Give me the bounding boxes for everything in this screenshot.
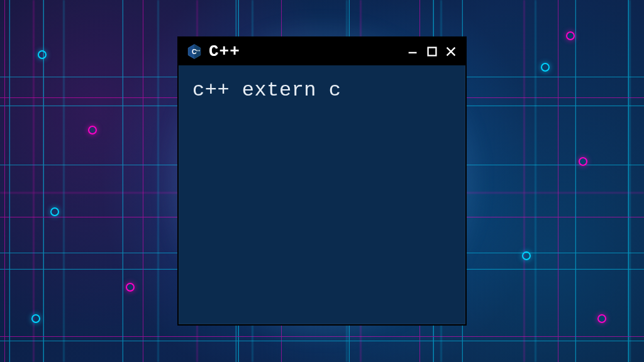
- window-title: C++: [209, 42, 399, 61]
- cpp-logo-icon: C + +: [186, 43, 203, 60]
- terminal-content[interactable]: c++ extern c: [179, 65, 465, 324]
- window-container: C + + C++ c++ extern c: [177, 36, 467, 326]
- svg-rect-6: [428, 48, 436, 56]
- titlebar[interactable]: C + + C++: [179, 38, 465, 65]
- app-window: C + + C++ c++ extern c: [177, 36, 467, 326]
- close-button[interactable]: [443, 43, 459, 60]
- window-controls: [405, 43, 459, 60]
- minimize-button[interactable]: [405, 43, 421, 60]
- code-line: c++ extern c: [192, 77, 452, 104]
- maximize-button[interactable]: [424, 43, 440, 60]
